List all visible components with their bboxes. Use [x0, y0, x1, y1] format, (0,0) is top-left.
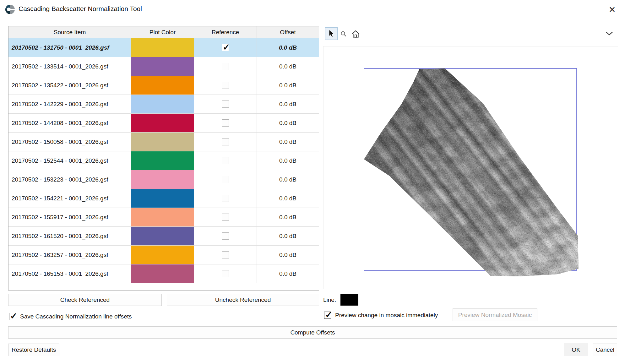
reference-cell: [194, 133, 257, 151]
check-referenced-button[interactable]: Check Referenced: [8, 294, 162, 306]
reference-checkbox[interactable]: [222, 195, 229, 202]
table-row[interactable]: 20170502 - 161520 - 0001_2026.gsf 0.0 dB: [8, 227, 319, 246]
plot-color-cell[interactable]: [131, 264, 194, 283]
plot-color-cell[interactable]: [131, 133, 194, 151]
offset-cell[interactable]: 0.0 dB: [257, 170, 319, 189]
offset-cell[interactable]: 0.0 dB: [257, 227, 319, 245]
table-row[interactable]: 20170502 - 165153 - 0001_2026.gsf 0.0 dB: [8, 264, 319, 283]
plot-color-cell[interactable]: [131, 38, 194, 57]
offset-cell[interactable]: 0.0 dB: [257, 114, 319, 132]
titlebar: Cascading Backscatter Normalization Tool…: [0, 0, 625, 19]
source-item-cell: 20170502 - 135422 - 0001_2026.gsf: [8, 76, 131, 95]
offset-cell[interactable]: 0.0 dB: [257, 264, 319, 283]
table-row[interactable]: 20170502 - 153223 - 0001_2026.gsf 0.0 dB: [8, 170, 319, 189]
plot-color-swatch[interactable]: [131, 170, 194, 189]
plot-color-swatch[interactable]: [131, 133, 194, 151]
plot-color-cell[interactable]: [131, 208, 194, 226]
plot-color-cell[interactable]: [131, 189, 194, 208]
compute-offsets-button[interactable]: Compute Offsets: [8, 326, 617, 339]
source-item-cell: 20170502 - 165153 - 0001_2026.gsf: [8, 264, 131, 283]
col-header-source-item: Source Item: [8, 26, 131, 38]
plot-color-swatch[interactable]: [131, 38, 194, 57]
offset-cell[interactable]: 0.0 dB: [257, 95, 319, 113]
plot-color-swatch[interactable]: [131, 246, 194, 264]
source-item-cell: 20170502 - 153223 - 0001_2026.gsf: [8, 170, 131, 189]
reference-cell: [194, 189, 257, 208]
reference-cell: [194, 38, 257, 57]
plot-color-swatch[interactable]: [131, 76, 194, 95]
table-row[interactable]: 20170502 - 133514 - 0001_2026.gsf 0.0 dB: [8, 57, 319, 76]
table-row[interactable]: 20170502 - 131750 - 0001_2026.gsf 0.0 dB: [8, 38, 319, 57]
plot-color-swatch[interactable]: [131, 264, 194, 283]
plot-color-swatch[interactable]: [131, 208, 194, 226]
reference-checkbox[interactable]: [222, 157, 229, 164]
plot-color-cell[interactable]: [131, 151, 194, 170]
preview-immediately-checkbox[interactable]: [324, 312, 331, 319]
mosaic-preview-canvas[interactable]: [323, 46, 618, 289]
source-lines-table: Source Item Plot Color Reference Offset …: [8, 26, 319, 291]
plot-color-cell[interactable]: [131, 246, 194, 264]
source-item-cell: 20170502 - 163257 - 0001_2026.gsf: [8, 246, 131, 264]
plot-color-cell[interactable]: [131, 95, 194, 113]
line-color-swatch[interactable]: [340, 294, 358, 306]
col-header-plot-color: Plot Color: [131, 26, 194, 38]
reference-checkbox[interactable]: [222, 44, 229, 51]
plot-color-swatch[interactable]: [131, 57, 194, 76]
plot-color-cell[interactable]: [131, 114, 194, 132]
dialog-window: Cascading Backscatter Normalization Tool…: [0, 0, 625, 364]
source-item-cell: 20170502 - 131750 - 0001_2026.gsf: [8, 38, 131, 57]
pointer-tool-button[interactable]: [325, 27, 338, 40]
reference-checkbox[interactable]: [222, 82, 229, 89]
offset-cell[interactable]: 0.0 dB: [257, 76, 319, 95]
plot-color-cell[interactable]: [131, 227, 194, 245]
zoom-tool-button[interactable]: [339, 29, 348, 39]
table-row[interactable]: 20170502 - 150058 - 0001_2026.gsf 0.0 dB: [8, 133, 319, 151]
home-tool-button[interactable]: [350, 29, 361, 39]
plot-color-cell[interactable]: [131, 76, 194, 95]
window-title: Cascading Backscatter Normalization Tool: [19, 5, 142, 13]
table-row[interactable]: 20170502 - 163257 - 0001_2026.gsf 0.0 dB: [8, 246, 319, 264]
offset-cell[interactable]: 0.0 dB: [257, 246, 319, 264]
reference-checkbox[interactable]: [222, 251, 229, 258]
plot-color-swatch[interactable]: [131, 227, 194, 245]
offset-cell[interactable]: 0.0 dB: [257, 57, 319, 76]
offset-cell[interactable]: 0.0 dB: [257, 189, 319, 208]
source-item-cell: 20170502 - 142229 - 0001_2026.gsf: [8, 95, 131, 113]
plot-color-swatch[interactable]: [131, 189, 194, 208]
reference-checkbox[interactable]: [222, 101, 229, 108]
plot-color-swatch[interactable]: [131, 114, 194, 132]
offset-cell[interactable]: 0.0 dB: [257, 208, 319, 226]
table-row[interactable]: 20170502 - 142229 - 0001_2026.gsf 0.0 dB: [8, 95, 319, 114]
reference-checkbox[interactable]: [222, 119, 229, 127]
source-item-cell: 20170502 - 152544 - 0001_2026.gsf: [8, 151, 131, 170]
reference-checkbox[interactable]: [222, 176, 229, 183]
table-row[interactable]: 20170502 - 144208 - 0001_2026.gsf 0.0 dB: [8, 114, 319, 133]
reference-cell: [194, 246, 257, 264]
reference-checkbox[interactable]: [222, 138, 229, 145]
plot-color-swatch[interactable]: [131, 95, 194, 113]
table-row[interactable]: 20170502 - 155917 - 0001_2026.gsf 0.0 dB: [8, 208, 319, 227]
offset-cell[interactable]: 0.0 dB: [257, 38, 319, 57]
backscatter-mosaic-image: [358, 62, 584, 282]
save-offsets-label: Save Cascading Normalization line offset…: [20, 313, 132, 320]
table-row[interactable]: 20170502 - 152544 - 0001_2026.gsf 0.0 dB: [8, 151, 319, 170]
table-row[interactable]: 20170502 - 135422 - 0001_2026.gsf 0.0 dB: [8, 76, 319, 95]
plot-color-cell[interactable]: [131, 57, 194, 76]
ok-button[interactable]: OK: [564, 344, 588, 356]
chevron-down-icon[interactable]: [605, 30, 614, 37]
table-row[interactable]: 20170502 - 154221 - 0001_2026.gsf 0.0 dB: [8, 189, 319, 208]
offset-cell[interactable]: 0.0 dB: [257, 133, 319, 151]
reference-checkbox[interactable]: [222, 270, 229, 277]
close-icon[interactable]: ✕: [606, 4, 618, 15]
uncheck-referenced-button[interactable]: Uncheck Referenced: [167, 294, 319, 306]
offset-cell[interactable]: 0.0 dB: [257, 151, 319, 170]
save-offsets-checkbox[interactable]: [9, 313, 16, 320]
reference-checkbox[interactable]: [222, 63, 229, 70]
plot-color-swatch[interactable]: [131, 151, 194, 170]
restore-defaults-button[interactable]: Restore Defaults: [8, 344, 59, 356]
cancel-button[interactable]: Cancel: [593, 344, 617, 356]
reference-checkbox[interactable]: [222, 232, 229, 240]
reference-cell: [194, 227, 257, 245]
reference-checkbox[interactable]: [222, 214, 229, 221]
plot-color-cell[interactable]: [131, 170, 194, 189]
